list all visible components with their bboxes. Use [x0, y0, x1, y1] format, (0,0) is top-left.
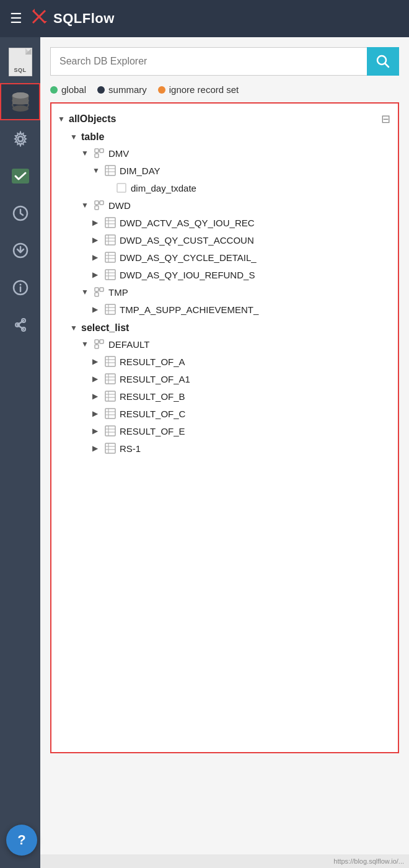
table-result-a1[interactable]: RESULT_OF_A1: [56, 370, 393, 388]
sidebar-item-settings[interactable]: [0, 120, 40, 157]
svg-rect-54: [100, 288, 103, 291]
schema-dmv[interactable]: DMV: [56, 144, 393, 162]
table-dwd-cycle[interactable]: DWD_AS_QY_CYCLE_DETAIL_: [56, 249, 393, 266]
chevron-tmp-supp: [92, 305, 103, 314]
table-dwd-refund[interactable]: DWD_AS_QY_IOU_REFUND_S: [56, 266, 393, 283]
chevron-dwd: [81, 201, 92, 210]
table-dwd-cust[interactable]: DWD_AS_QY_CUST_ACCOUN: [56, 231, 393, 249]
footer-url: https://blog.sqlflow.io/...: [333, 857, 404, 865]
svg-rect-49: [105, 270, 115, 280]
chevron-dmv: [81, 149, 92, 157]
table-dwd-cust-icon: [103, 233, 117, 247]
download-icon: [12, 242, 29, 259]
svg-rect-24: [95, 154, 99, 157]
svg-rect-27: [105, 166, 115, 175]
sidebar-item-download[interactable]: [0, 232, 40, 269]
svg-rect-67: [105, 356, 115, 366]
table-dwd-actv-icon: [103, 216, 117, 229]
legend-item-summary: summary: [97, 84, 147, 95]
chevron-result-c: [92, 409, 103, 418]
svg-rect-53: [95, 288, 99, 291]
table-dwd-actv[interactable]: DWD_ACTV_AS_QY_IOU_REC: [56, 214, 393, 231]
schema-dwd[interactable]: DWD: [56, 197, 393, 214]
svg-rect-45: [105, 252, 115, 262]
table-tmp-supp-icon: [103, 303, 117, 316]
search-button[interactable]: [367, 47, 399, 76]
table-result-a-icon: [103, 355, 117, 368]
table-rs1[interactable]: RS-1: [56, 440, 393, 457]
legend-item-ignore: ignore record set: [158, 84, 239, 95]
column-dim-day-txdate[interactable]: dim_day_txdate: [56, 179, 393, 197]
chevron-default: [81, 340, 92, 348]
svg-rect-37: [105, 218, 115, 228]
chevron-select-list: [70, 324, 81, 332]
sidebar-item-history[interactable]: [0, 195, 40, 232]
collapse-icon[interactable]: ⊟: [379, 111, 393, 127]
svg-rect-63: [100, 340, 103, 343]
schema-dwd-label: DWD: [108, 200, 131, 211]
svg-rect-79: [105, 409, 115, 418]
table-rs1-icon: [103, 441, 117, 455]
schema-default[interactable]: DEFAULT: [56, 335, 393, 353]
svg-rect-6: [12, 100, 29, 104]
hamburger-icon[interactable]: ☰: [10, 11, 22, 27]
svg-rect-55: [95, 293, 99, 296]
chevron-result-e: [92, 427, 103, 435]
section-table[interactable]: table: [56, 130, 393, 144]
svg-rect-34: [95, 206, 99, 210]
svg-rect-58: [105, 304, 115, 314]
svg-rect-41: [105, 235, 115, 245]
table-result-e-icon: [103, 424, 117, 438]
footer-bar: https://blog.sqlflow.io/...: [40, 854, 409, 868]
table-result-e[interactable]: RESULT_OF_E: [56, 422, 393, 440]
sidebar-item-sql-file[interactable]: SQL: [0, 43, 40, 81]
schema-tmp[interactable]: TMP: [56, 283, 393, 301]
svg-rect-31: [117, 184, 126, 192]
column-dim-day-txdate-label: dim_day_txdate: [131, 183, 196, 193]
table-result-b[interactable]: RESULT_OF_B: [56, 388, 393, 405]
table-dim-day[interactable]: DIM_DAY: [56, 162, 393, 179]
table-dim-day-label: DIM_DAY: [120, 166, 161, 176]
share-icon: [12, 317, 29, 333]
sidebar-item-share[interactable]: [0, 306, 40, 343]
svg-rect-83: [105, 426, 115, 436]
svg-rect-33: [100, 201, 103, 205]
chevron-allobjects: [58, 115, 69, 123]
root-label: allObjects: [69, 113, 116, 125]
sidebar-item-check[interactable]: [0, 157, 40, 195]
schema-tmp-icon: [92, 285, 106, 299]
svg-point-8: [12, 92, 29, 99]
table-result-e-label: RESULT_OF_E: [120, 426, 185, 436]
table-dwd-refund-icon: [103, 268, 117, 281]
info-icon: [12, 280, 29, 296]
svg-rect-23: [100, 149, 103, 153]
left-sidebar: SQL: [0, 37, 40, 868]
help-button[interactable]: ?: [6, 825, 37, 856]
sidebar-item-db-explorer[interactable]: [0, 83, 40, 120]
search-icon: [376, 55, 390, 68]
table-result-a-label: RESULT_OF_A: [120, 356, 185, 367]
chevron-result-a: [92, 357, 103, 366]
section-select-list[interactable]: select_list: [56, 321, 393, 335]
check-icon: [12, 169, 29, 184]
logo-icon: [30, 7, 48, 30]
table-result-a[interactable]: RESULT_OF_A: [56, 353, 393, 370]
table-result-c[interactable]: RESULT_OF_C: [56, 405, 393, 422]
schema-default-icon: [92, 337, 106, 351]
search-input[interactable]: [50, 47, 367, 76]
legend-row: global summary ignore record set: [50, 84, 399, 95]
legend-dot-summary: [97, 86, 105, 94]
svg-point-9: [18, 136, 23, 141]
chevron-table: [70, 133, 81, 141]
content-area: global summary ignore record set allObje…: [40, 37, 409, 868]
table-result-a1-icon: [103, 372, 117, 386]
tree-root-node[interactable]: allObjects: [56, 112, 116, 126]
svg-rect-87: [105, 443, 115, 453]
tree-panel[interactable]: allObjects ⊟ table DMV: [50, 102, 399, 753]
table-tmp-supp[interactable]: TMP_A_SUPP_ACHIEVEMENT_: [56, 301, 393, 318]
svg-rect-10: [12, 169, 29, 184]
svg-rect-32: [95, 201, 99, 205]
database-icon: [11, 91, 30, 112]
sidebar-item-info[interactable]: [0, 269, 40, 306]
table-dwd-refund-label: DWD_AS_QY_IOU_REFUND_S: [120, 270, 255, 280]
